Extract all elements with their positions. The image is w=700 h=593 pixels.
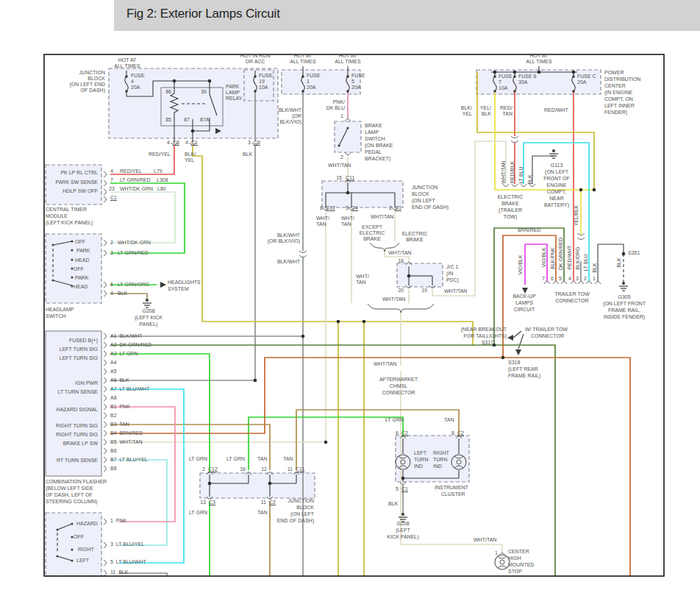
- wire: [494, 345, 555, 576]
- fuse-icon: [493, 90, 496, 93]
- ground-icon: [552, 149, 555, 152]
- junction-dot: [337, 320, 340, 324]
- arrow-icon: [522, 288, 528, 294]
- junction-dot: [362, 320, 366, 324]
- pin-connector-icon: [104, 342, 107, 348]
- contact-dot: [71, 548, 73, 550]
- junction-dot: [407, 274, 411, 278]
- brace-icon: [368, 304, 434, 313]
- fuse-icon: [346, 90, 349, 93]
- brace-icon: [370, 243, 399, 252]
- component-box: [396, 436, 469, 482]
- pin-connector-icon: [529, 184, 535, 187]
- wire: [503, 358, 630, 576]
- junction-dot: [301, 335, 305, 338]
- pin-connector-icon: [104, 386, 107, 392]
- wire: [110, 294, 147, 301]
- pin-connector-icon: [104, 240, 107, 246]
- contact-dot: [338, 144, 340, 146]
- pin-connector-icon: [571, 282, 576, 285]
- fuse-icon: [572, 75, 575, 78]
- contact-dot: [56, 555, 58, 557]
- wire: [513, 331, 521, 338]
- fuse-icon: [493, 75, 496, 78]
- component-box: [46, 165, 101, 205]
- contact-dot: [71, 258, 73, 260]
- pin-connector-icon: [104, 250, 107, 256]
- pin-connector-icon: [586, 282, 592, 285]
- fuse-icon: [254, 75, 257, 78]
- lamp-icon: [500, 560, 504, 564]
- wire: [110, 358, 503, 433]
- contact-dot: [71, 267, 73, 269]
- junction-dot: [593, 188, 596, 192]
- contact-dot: [71, 240, 73, 242]
- wire: [110, 389, 184, 563]
- fuse-icon: [125, 90, 128, 93]
- junction-dot: [493, 71, 497, 74]
- component-box: [46, 331, 101, 476]
- pin-connector-icon: [252, 143, 258, 146]
- fuse-icon: [513, 90, 516, 93]
- pin-connector-icon: [503, 184, 509, 187]
- junction-dot: [208, 79, 212, 83]
- contact-dot: [71, 536, 73, 538]
- pin-connector-icon: [104, 430, 107, 436]
- wire: [110, 460, 167, 545]
- pin-connector-icon: [104, 196, 107, 202]
- contact-dot: [51, 244, 54, 246]
- fuse-icon: [513, 75, 516, 78]
- pin-connector-icon: [544, 282, 550, 285]
- pin-connector-icon: [512, 184, 518, 187]
- component-box: [244, 70, 274, 101]
- wire: [598, 244, 624, 281]
- junction-dot: [579, 188, 583, 192]
- junction-dot: [173, 79, 176, 83]
- pin-connector-icon: [104, 457, 107, 463]
- arrow-icon: [515, 349, 521, 355]
- wire: [110, 146, 174, 174]
- pin-connector-icon: [104, 413, 107, 419]
- contact-dot: [71, 522, 73, 525]
- wiring-diagram-canvas: [0, 0, 700, 593]
- junction-dot: [254, 379, 257, 383]
- junction-dot: [208, 482, 212, 486]
- pin-connector-icon: [104, 189, 107, 195]
- junction-dot: [346, 191, 350, 195]
- contact-dot: [51, 279, 54, 281]
- pin-connector-icon: [104, 180, 107, 186]
- component-box: [46, 513, 101, 576]
- pin-connector-icon: [521, 184, 526, 187]
- fuse-icon: [301, 90, 304, 93]
- pin-connector-icon: [104, 395, 107, 401]
- wire: [495, 91, 594, 190]
- wire: [532, 156, 554, 184]
- pin-connector-icon: [104, 360, 107, 366]
- component-box: [397, 263, 443, 287]
- fuse-icon: [346, 75, 349, 78]
- wire-break-icon: [299, 251, 307, 258]
- pin-connector-icon: [553, 282, 559, 285]
- pin-connector-icon: [561, 282, 567, 285]
- pin-connector-icon: [104, 369, 107, 374]
- wire-break-icon: [511, 136, 518, 143]
- component-box: [322, 181, 403, 207]
- pin-connector-icon: [104, 333, 107, 339]
- pin-connector-icon: [104, 422, 107, 427]
- fuse-icon: [254, 90, 257, 93]
- wire: [110, 425, 270, 470]
- pin-connector-icon: [595, 282, 601, 285]
- pin-connector-icon: [104, 404, 107, 410]
- junction-dot: [401, 477, 405, 480]
- pin-connector-icon: [104, 439, 107, 445]
- pin-connector-icon: [104, 291, 107, 296]
- contact-dot: [56, 528, 58, 530]
- contact-dot: [71, 559, 73, 561]
- pin-connector-icon: [104, 466, 107, 472]
- pin-connector-icon: [104, 519, 107, 525]
- arrow-icon: [507, 335, 513, 341]
- pin-connector-icon: [171, 143, 177, 146]
- fuse-icon: [572, 90, 575, 93]
- junction-dot: [324, 441, 328, 444]
- junction-dot: [513, 71, 517, 74]
